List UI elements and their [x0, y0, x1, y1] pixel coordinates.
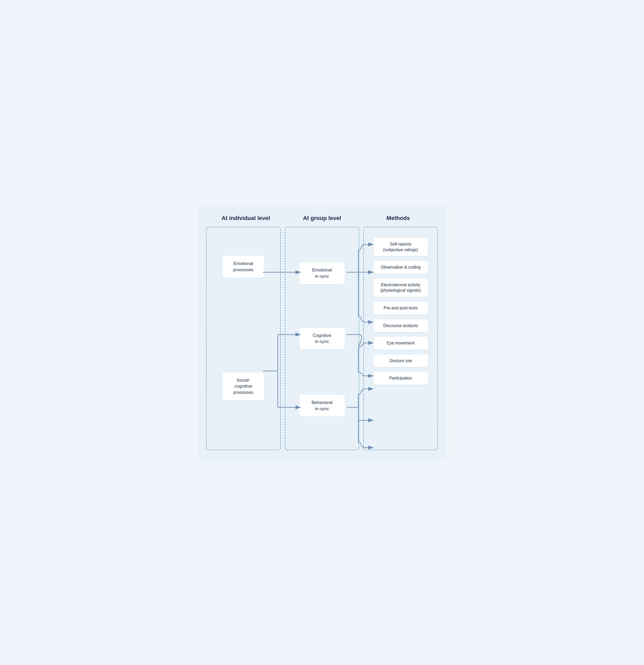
box-emotional-processes: Emotionalprocesses [222, 256, 264, 278]
box-electrodermal: Electrodermal activity(physiological sig… [373, 279, 428, 297]
box-participation: Participation [373, 372, 428, 385]
col-methods: Self-reports(subjective ratings) Observa… [363, 227, 438, 450]
box-social-cognitive-processes: Social-cognitiveprocesses [222, 373, 264, 400]
box-self-reports: Self-reports(subjective ratings) [373, 238, 428, 256]
box-gesture-use: Gesture use [373, 354, 428, 367]
box-behavioral-insync: Behavioralin-sync [299, 395, 345, 417]
box-eye-movement: Eye movement [373, 337, 428, 350]
box-discourse-analysis: Discourse analysis [373, 319, 428, 332]
header-group: At group level [284, 215, 360, 222]
column-headers: At individual level At group level Metho… [205, 215, 439, 222]
diagram-container: At individual level At group level Metho… [197, 205, 447, 460]
box-emotional-insync: Emotionalin-sync [299, 262, 345, 284]
col-group: Emotionalin-sync Cognitivein-sync Behavi… [285, 227, 360, 450]
box-cognitive-insync: Cognitivein-sync [299, 328, 345, 350]
box-pre-post-tests: Pre-and post-tests [373, 302, 428, 315]
box-observation-coding: Observation & coding [373, 261, 428, 274]
header-methods: Methods [360, 215, 436, 222]
header-individual: At individual level [208, 215, 284, 222]
columns-layout: Emotionalprocesses Social-cognitiveproce… [205, 227, 439, 450]
col-individual: Emotionalprocesses Social-cognitiveproce… [206, 227, 281, 450]
